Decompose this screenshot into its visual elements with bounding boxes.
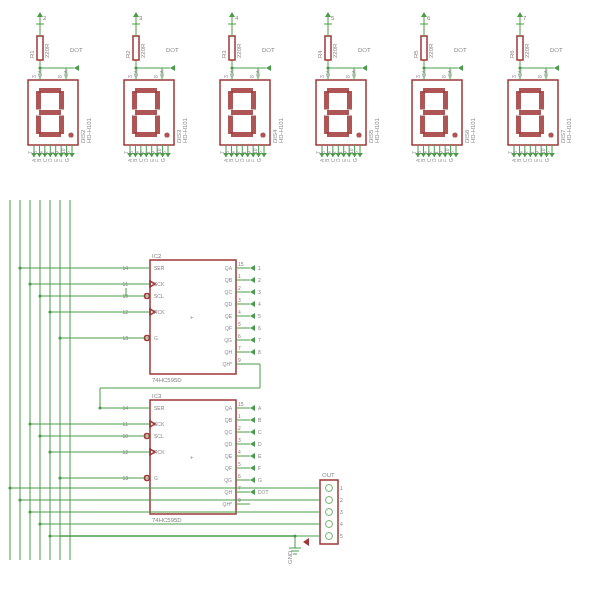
svg-rect-214 [420,116,425,135]
svg-text:74HC595D: 74HC595D [152,517,182,523]
svg-text:2: 2 [43,15,47,21]
svg-text:G: G [154,475,158,481]
svg-point-465 [28,282,31,285]
svg-text:G: G [64,158,70,162]
svg-point-484 [48,450,51,453]
svg-text:R6: R6 [509,50,515,58]
svg-point-486 [58,476,61,479]
svg-text:D: D [258,441,262,447]
svg-rect-58 [132,116,137,135]
svg-point-494 [38,522,41,525]
svg-rect-2 [39,110,61,115]
svg-point-435 [326,485,333,492]
svg-text:4: 4 [340,521,343,527]
svg-text:5: 5 [258,313,261,319]
svg-rect-210 [423,110,445,115]
svg-text:220R: 220R [332,43,338,58]
svg-text:OUT: OUT [322,472,335,478]
svg-point-60 [164,132,169,137]
svg-text:HD-H101: HD-H101 [278,117,284,143]
svg-text:74HC595D: 74HC595D [152,377,182,383]
svg-rect-158 [327,110,349,115]
svg-text:CA: CA [543,69,549,77]
svg-text:B: B [258,417,262,423]
svg-text:HD-H101: HD-H101 [86,117,92,143]
svg-text:IC2: IC2 [152,253,162,259]
svg-text:CA: CA [421,69,427,77]
svg-text:HD-H101: HD-H101 [566,117,572,143]
svg-rect-176 [325,36,331,60]
svg-text:7: 7 [523,15,527,21]
svg-rect-20 [37,36,43,60]
svg-point-471 [58,336,61,339]
svg-text:QG: QG [224,337,232,343]
svg-text:CA: CA [159,69,165,77]
svg-rect-261 [519,88,541,93]
svg-text:15: 15 [238,401,244,407]
svg-point-469 [48,310,51,313]
svg-text:F: F [258,465,261,471]
svg-rect-72 [133,36,139,60]
schematic-canvas: DIS2HD-H10138CACAR1220R2DOT7A6B4C2D1E9F1… [0,0,600,600]
svg-text:15: 15 [238,261,244,267]
svg-rect-5 [59,91,64,110]
svg-text:4: 4 [235,15,239,21]
svg-text:5: 5 [340,533,343,539]
svg-text:9: 9 [238,357,241,363]
svg-text:QD: QD [225,441,233,447]
svg-text:220R: 220R [236,43,242,58]
svg-rect-265 [539,91,544,110]
svg-text:3: 3 [238,297,241,303]
svg-text:R1: R1 [29,50,35,58]
svg-rect-3 [39,132,61,137]
svg-text:2: 2 [238,285,241,291]
svg-text:CA: CA [255,69,261,77]
svg-text:G: G [544,158,550,162]
svg-text:2: 2 [238,425,241,431]
svg-rect-266 [516,116,521,135]
svg-rect-161 [347,91,352,110]
svg-text:+: + [190,314,194,320]
svg-text:QF: QF [225,325,232,331]
svg-text:220R: 220R [140,43,146,58]
svg-text:IC3: IC3 [152,393,162,399]
svg-text:DOT: DOT [550,47,563,53]
svg-text:220R: 220R [44,43,50,58]
svg-point-441 [326,509,333,516]
svg-text:3: 3 [258,289,261,295]
svg-rect-53 [135,88,157,93]
svg-point-463 [18,266,21,269]
svg-text:6: 6 [258,325,261,331]
svg-point-444 [326,521,333,528]
svg-text:QE: QE [225,313,233,319]
svg-text:7: 7 [258,337,261,343]
svg-text:3: 3 [238,437,241,443]
svg-rect-213 [443,91,448,110]
svg-text:QA: QA [225,405,233,411]
svg-text:QF: QF [225,465,232,471]
svg-text:5: 5 [238,461,241,467]
svg-rect-228 [421,36,427,60]
svg-rect-267 [539,116,544,135]
svg-point-478 [98,406,101,409]
svg-point-496 [48,534,51,537]
svg-text:2: 2 [340,497,343,503]
svg-text:CA: CA [133,69,139,77]
svg-text:QC: QC [225,429,233,435]
svg-text:G: G [352,158,358,162]
svg-text:220R: 220R [428,43,434,58]
svg-text:R4: R4 [317,50,323,58]
svg-text:6: 6 [238,333,241,339]
svg-text:DOT: DOT [70,47,83,53]
svg-rect-157 [327,88,349,93]
svg-rect-111 [251,116,256,135]
svg-text:DOT: DOT [258,489,269,495]
svg-rect-1 [39,88,61,93]
svg-text:E: E [258,453,262,459]
svg-rect-209 [423,88,445,93]
svg-text:QH*: QH* [223,361,233,367]
svg-rect-160 [324,91,329,110]
svg-text:DOT: DOT [262,47,275,53]
svg-text:G: G [448,158,454,162]
svg-text:DOT: DOT [166,47,179,53]
